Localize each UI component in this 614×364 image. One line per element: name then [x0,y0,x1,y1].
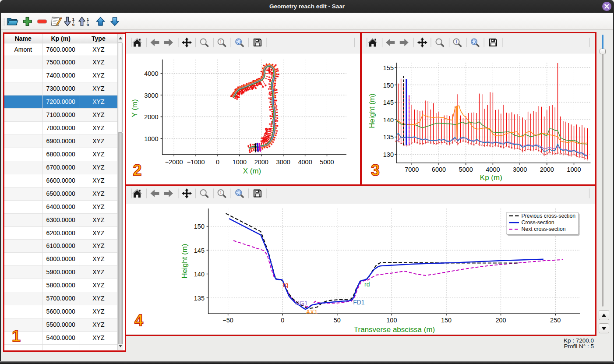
svg-text:150: 150 [383,82,393,89]
svg-text:130: 130 [383,151,393,158]
svg-text:RG1: RG1 [295,300,308,307]
svg-text:2000: 2000 [540,166,554,173]
svg-text:145: 145 [194,247,205,254]
svg-text:250: 250 [550,317,561,324]
svg-text:5000: 5000 [320,159,334,166]
svg-text:135: 135 [383,134,393,141]
svg-text:Height (m): Height (m) [180,244,189,278]
svg-text:Previous cross-section: Previous cross-section [522,213,576,219]
svg-text:135: 135 [194,295,205,302]
svg-text:140: 140 [194,271,205,278]
svg-text:X (m): X (m) [243,167,261,175]
svg-text:7000: 7000 [405,166,419,173]
svg-text:3000: 3000 [512,166,526,173]
svg-text:2000: 2000 [144,113,158,120]
svg-text:6000: 6000 [431,166,445,173]
svg-text:3000: 3000 [144,92,158,99]
svg-text:3000: 3000 [276,159,290,166]
svg-text:FD1: FD1 [353,299,365,306]
svg-text:150: 150 [441,317,452,324]
svg-text:50: 50 [334,317,341,324]
svg-text:1000: 1000 [233,159,247,166]
svg-text:−2000: −2000 [165,159,183,166]
svg-text:145: 145 [383,99,393,106]
svg-text:2000: 2000 [254,159,268,166]
svg-text:155: 155 [383,64,393,71]
svg-text:0: 0 [216,159,219,166]
svg-text:100: 100 [386,317,397,324]
svg-text:200: 200 [495,317,506,324]
svg-text:150: 150 [194,223,205,230]
svg-text:AX1: AX1 [306,308,318,315]
svg-text:−1000: −1000 [187,159,205,166]
svg-text:rg: rg [283,281,288,288]
svg-text:Y (m): Y (m) [131,99,139,117]
svg-text:1000: 1000 [144,135,158,142]
svg-text:140: 140 [383,117,393,124]
svg-text:rd: rd [364,281,370,288]
svg-text:4000: 4000 [144,70,158,77]
svg-text:Kp (m): Kp (m) [480,173,502,182]
svg-text:4000: 4000 [486,166,500,173]
svg-text:1000: 1000 [567,166,581,173]
svg-text:5000: 5000 [459,166,473,173]
svg-text:Transverse abscissa (m): Transverse abscissa (m) [354,325,435,334]
svg-text:Cross-section: Cross-section [522,219,554,226]
svg-text:4000: 4000 [298,159,312,166]
svg-text:Next cross-section: Next cross-section [522,226,566,232]
svg-text:−50: −50 [222,317,233,324]
svg-text:0: 0 [281,317,284,324]
svg-text:Height (m): Height (m) [368,93,376,128]
